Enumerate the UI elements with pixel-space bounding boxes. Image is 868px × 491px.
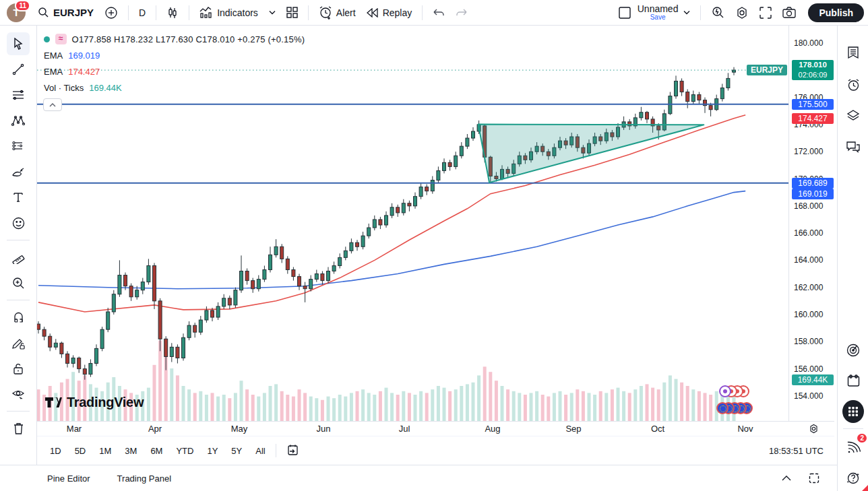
candle-down [425,187,429,191]
axis-settings-gear-icon[interactable] [809,424,819,436]
xabcd-pattern-icon [11,114,25,127]
replay-button[interactable]: Replay [361,5,418,21]
symbol-search-button[interactable]: EURJPY [32,4,99,21]
help-button[interactable] [842,467,864,489]
volume-bar [303,393,307,421]
data-feed-status-button[interactable]: 2 [842,436,864,458]
ruler-icon [12,251,25,264]
tool-brush[interactable] [7,160,30,183]
ema-red-price-label[interactable]: 174.427 [792,113,834,124]
last-price-label[interactable]: 178.01002:06:09 [792,60,834,80]
volume-bar [651,388,654,421]
chevron-down-icon [269,10,276,15]
quick-search-button[interactable] [706,3,730,22]
candle-up [100,329,104,348]
save-link[interactable]: Save [650,14,666,22]
chat-button[interactable] [842,136,864,158]
top-toolbar: T 11 EURJPY D Indic [0,0,868,26]
redo-button[interactable] [450,5,473,20]
tool-emoji[interactable] [7,211,30,234]
tool-lock-all-drawings[interactable] [7,357,30,380]
range-button-6m[interactable]: 6M [146,443,167,459]
range-button-5d[interactable]: 5D [70,443,91,459]
volume-bar [228,398,231,421]
tool-magnet[interactable] [7,306,30,329]
tool-remove-objects[interactable] [7,417,30,440]
object-tree-button[interactable] [842,104,864,126]
tool-cursor[interactable] [7,32,30,55]
trading-panel-tab[interactable]: Trading Panel [117,473,171,484]
volume-bar [269,386,272,421]
alert-button[interactable]: Alert [313,3,361,22]
candle-down [158,301,162,339]
go-to-date-button[interactable] [282,441,303,461]
range-button-ytd[interactable]: YTD [171,443,198,459]
range-button-1m[interactable]: 1M [94,443,116,459]
symbol-price-tag[interactable]: EURJPY [747,65,787,75]
alerts-panel-button[interactable] [842,74,864,96]
panel-maximize-icon[interactable] [809,473,819,484]
volume-bar [628,393,631,421]
hotlists-button[interactable] [842,339,864,361]
range-button-1d[interactable]: 1D [45,443,66,459]
candle-up [385,216,388,225]
tool-hide-all-drawings[interactable] [7,383,30,405]
indicators-button[interactable]: Indicators [194,4,264,22]
range-button-3m[interactable]: 3M [120,443,142,459]
tool-drawing-mode-lock[interactable] [7,331,30,354]
tool-zoom-in[interactable] [7,271,30,294]
range-button-5y[interactable]: 5Y [226,443,247,459]
tool-trend-line[interactable] [7,58,30,81]
candle-up [240,271,243,290]
compare-add-symbol-button[interactable] [99,3,123,22]
time-tick-aug: Aug [485,424,500,434]
user-avatar[interactable]: T 11 [7,3,26,22]
grid-layout-button[interactable] [281,4,303,21]
chart-pane[interactable]: ≈ O177.858 H178.232 L177.630 C178.010 +0… [37,26,834,421]
time-axis[interactable]: MarAprMayJunJulAugSepOctNov [37,421,834,436]
corner-notification[interactable] [862,485,868,491]
price-axis[interactable]: 180.000176.000174.000172.000170.000168.0… [788,26,834,421]
symbol-legend-row[interactable]: ≈ O177.858 H178.232 L177.630 C178.010 +0… [44,31,305,47]
layout-menu-chevron[interactable] [678,7,695,18]
watchlist-button[interactable] [842,42,864,63]
settings-button[interactable] [730,3,754,22]
tool-xabcd-pattern[interactable] [7,109,30,132]
trend-line-icon [12,63,24,75]
layout-name-button[interactable]: Unnamed Save [638,4,679,21]
ema-red-legend-row[interactable]: EMA 174.427 [44,63,305,79]
range-button-all[interactable]: All [251,443,270,459]
level-price-label[interactable]: 175.500 [792,99,834,110]
panel-collapse-chevron-icon[interactable] [782,473,791,484]
ema-blue-legend-row[interactable]: EMA 169.019 [44,47,305,63]
tool-forecast[interactable] [7,135,30,158]
level-price-label[interactable]: 169.689 [792,178,834,189]
tradingview-app: T 11 EURJPY D Indic [0,0,868,491]
undo-button[interactable] [427,5,450,20]
ema-blue-price-label[interactable]: 169.019 [792,189,834,199]
tool-fib-retracement[interactable] [7,84,30,106]
interval-button[interactable]: D [133,5,151,21]
chart-style-button[interactable] [161,4,184,22]
publish-button[interactable]: Publish [808,3,864,22]
calendar-button[interactable] [842,370,864,391]
save-layout-button[interactable] [612,3,638,23]
indicator-templates-chevron[interactable] [264,7,281,18]
ema-label: EMA [44,51,63,61]
indicators-icon [199,7,213,19]
legend-collapse-button[interactable] [43,98,62,111]
apps-launcher-button[interactable] [842,401,864,422]
range-button-1y[interactable]: 1Y [202,443,222,459]
volume-legend-row[interactable]: Vol · Ticks 169.44K [44,79,305,96]
snapshot-button[interactable] [777,4,801,22]
volume-bar [245,389,249,421]
symbol-name: EURJPY [53,7,94,18]
tool-text[interactable] [7,186,30,209]
volume-price-label[interactable]: 169.44K [792,374,834,385]
pine-editor-tab[interactable]: Pine Editor [47,473,90,484]
fullscreen-button[interactable] [754,4,777,22]
volume-bar [640,386,643,421]
clock-utc[interactable]: 18:53:51 UTC [769,446,826,456]
layout-square-icon [617,5,632,20]
tool-ruler[interactable] [7,246,30,269]
